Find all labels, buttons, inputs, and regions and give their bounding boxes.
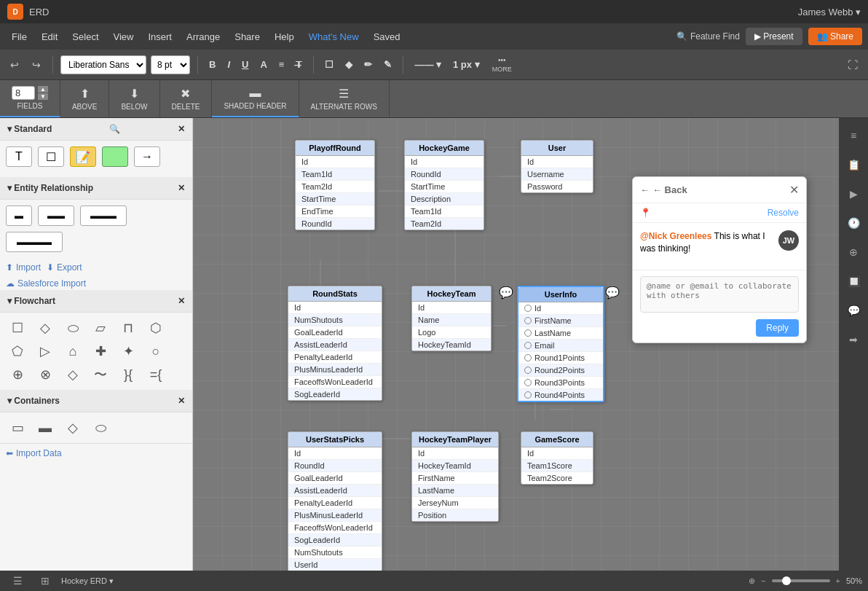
rs-menu-button[interactable]: ≡	[842, 124, 865, 147]
align-left-button[interactable]: ≡	[275, 57, 288, 72]
font-size-selector[interactable]: 8 pt	[151, 55, 190, 74]
fc-wave[interactable]: 〜	[89, 365, 112, 384]
canvas-container[interactable]: 2 4 6 8 10	[193, 118, 839, 571]
rs-comment-button[interactable]: 💬	[842, 299, 865, 322]
table-UserStatsPicks[interactable]: UserStatsPicks Id RoundId GoalLeaderId A…	[288, 431, 382, 571]
section-flowchart-header[interactable]: ▾ Flowchart ✕	[0, 290, 192, 313]
comment-input[interactable]	[640, 276, 799, 313]
italic-button[interactable]: I	[224, 57, 234, 72]
menu-insert[interactable]: Insert	[142, 28, 178, 45]
zoom-out-button[interactable]: −	[761, 576, 765, 585]
container-1[interactable]: ▭	[6, 418, 29, 437]
fc-equals[interactable]: ={	[144, 365, 167, 384]
erd-delete-tool[interactable]: ✖ DELETE	[160, 80, 213, 117]
rs-format-button[interactable]: 📋	[842, 153, 865, 176]
section-containers-close[interactable]: ✕	[178, 396, 185, 406]
section-standard-close[interactable]: ✕	[178, 124, 185, 134]
fullscreen-button[interactable]: ⛶	[843, 56, 862, 74]
table-HockeyTeam[interactable]: HockeyTeam Id Name Logo HockeyTeamId	[411, 286, 492, 351]
user-name[interactable]: James Webb ▾	[798, 7, 861, 17]
fc-diamond[interactable]: ◇	[33, 318, 57, 337]
fc-plus-circle[interactable]: ⊕	[6, 365, 29, 384]
section-er-header[interactable]: ▾ Entity Relationship ✕	[0, 177, 192, 200]
share-button[interactable]: 👥 Share	[808, 28, 862, 45]
fc-circle[interactable]: ○	[144, 342, 167, 361]
table-PlayoffRound[interactable]: PlayoffRound Id Team1Id Team2Id StartTim…	[295, 140, 375, 230]
table-HockeyGame[interactable]: HockeyGame Id RoundId StartTime Descript…	[404, 140, 484, 230]
fc-bracket[interactable]: }{	[117, 365, 140, 384]
menu-file[interactable]: File	[6, 28, 33, 45]
fc-cross[interactable]: ✚	[89, 342, 112, 361]
fc-parallelogram[interactable]: ▱	[89, 318, 112, 337]
comment-indicator-2[interactable]: 💬	[499, 286, 513, 300]
text-shape[interactable]: T	[6, 146, 32, 167]
section-standard-header[interactable]: ▾ Standard 🔍 ✕	[0, 118, 192, 141]
table-HockeyTeamPlayer[interactable]: HockeyTeamPlayer Id HockeyTeamId FirstNa…	[411, 431, 499, 522]
erd-above-tool[interactable]: ⬆ ABOVE	[60, 80, 109, 117]
rs-play-button[interactable]: ▶	[842, 182, 865, 206]
statusbar-grid-view[interactable]: ⊞	[33, 569, 57, 591]
reply-button[interactable]: Reply	[756, 319, 799, 337]
container-4[interactable]: ⬭	[89, 418, 112, 437]
comment-close-button[interactable]: ✕	[789, 183, 799, 197]
rs-share-button[interactable]: ➡	[842, 328, 865, 351]
salesforce-import-button[interactable]: ☁ Salesforce Import	[0, 277, 192, 290]
line-color-button[interactable]: ✏	[360, 57, 376, 72]
fc-arrow[interactable]: ▷	[33, 342, 57, 361]
diagram-name[interactable]: Hockey ERD ▾	[61, 576, 114, 586]
zoom-in-button[interactable]: +	[836, 576, 840, 585]
line-style-button[interactable]: —— ▾	[411, 57, 445, 72]
comment-mention[interactable]: @Nick Greenlees	[640, 231, 711, 241]
comment-back-button[interactable]: ← ← Back	[640, 184, 687, 195]
process-shape[interactable]	[102, 146, 128, 167]
er-shape-3[interactable]: ▬▬▬	[80, 206, 127, 226]
rect-shape[interactable]: ☐	[38, 146, 64, 167]
fill-button[interactable]: ◆	[342, 57, 356, 72]
comment-indicator-1[interactable]: 💬	[605, 286, 620, 300]
container-2[interactable]: ▬	[33, 418, 57, 437]
fc-pentagon[interactable]: ⬠	[6, 342, 29, 361]
feature-find[interactable]: 🔍 Feature Find	[676, 31, 740, 42]
undo-button[interactable]: ↩	[6, 56, 23, 74]
statusbar-list-view[interactable]: ☰	[6, 569, 29, 591]
bold-button[interactable]: B	[205, 57, 219, 72]
note-shape[interactable]: 📝	[70, 146, 96, 167]
strikethrough-button[interactable]: T̶	[292, 57, 306, 72]
fc-x-circle[interactable]: ⊗	[33, 365, 57, 384]
line-width-button[interactable]: 1 px ▾	[449, 57, 484, 72]
fc-hexagon[interactable]: ⬡	[144, 318, 167, 337]
font-color-button[interactable]: A	[256, 57, 270, 72]
er-shape-4[interactable]: ▬▬▬▬	[6, 232, 63, 252]
menu-share[interactable]: Share	[229, 28, 266, 45]
fc-trapezoid[interactable]: ⌂	[61, 342, 84, 361]
import-button[interactable]: ⬆ Import	[6, 262, 41, 273]
rs-layout-button[interactable]: 🔲	[842, 270, 865, 293]
erd-fields-tool[interactable]: ▲ ▼ FIELDS	[0, 80, 60, 117]
export-button[interactable]: ⬇ Export	[47, 262, 82, 273]
fc-oval[interactable]: ⬭	[61, 318, 84, 337]
underline-button[interactable]: U	[238, 57, 252, 72]
more-button[interactable]: ••• MORE	[488, 53, 516, 76]
menu-arrange[interactable]: Arrange	[181, 28, 226, 45]
fc-star[interactable]: ✦	[117, 342, 140, 361]
erd-below-tool[interactable]: ⬇ BELOW	[109, 80, 159, 117]
edit-button[interactable]: ✎	[380, 57, 395, 72]
er-shape-1[interactable]: ▬	[6, 206, 32, 226]
fields-increment[interactable]: ▲	[38, 86, 48, 93]
fc-cylinder[interactable]: ⊓	[117, 318, 140, 337]
rs-layers-button[interactable]: ⊕	[842, 240, 865, 264]
menu-edit[interactable]: Edit	[36, 28, 63, 45]
fields-decrement[interactable]: ▼	[38, 93, 48, 100]
present-button[interactable]: ▶ Present	[746, 28, 802, 45]
resolve-button[interactable]: Resolve	[768, 208, 799, 218]
border-button[interactable]: ☐	[321, 57, 337, 72]
fields-count-input[interactable]	[12, 86, 35, 100]
table-UserInfo[interactable]: UserInfo Id FirstName LastName Email Rou…	[517, 286, 604, 402]
menu-whats-new[interactable]: What's New	[303, 28, 365, 45]
section-er-close[interactable]: ✕	[178, 183, 185, 193]
search-icon[interactable]: 🔍	[109, 124, 120, 134]
arrow-shape[interactable]: →	[134, 146, 160, 167]
fc-shield[interactable]: ◇	[61, 365, 84, 384]
font-selector[interactable]: Liberation Sans	[60, 55, 146, 74]
table-RoundStats[interactable]: RoundStats Id NumShutouts GoalLeaderId A…	[288, 286, 382, 401]
